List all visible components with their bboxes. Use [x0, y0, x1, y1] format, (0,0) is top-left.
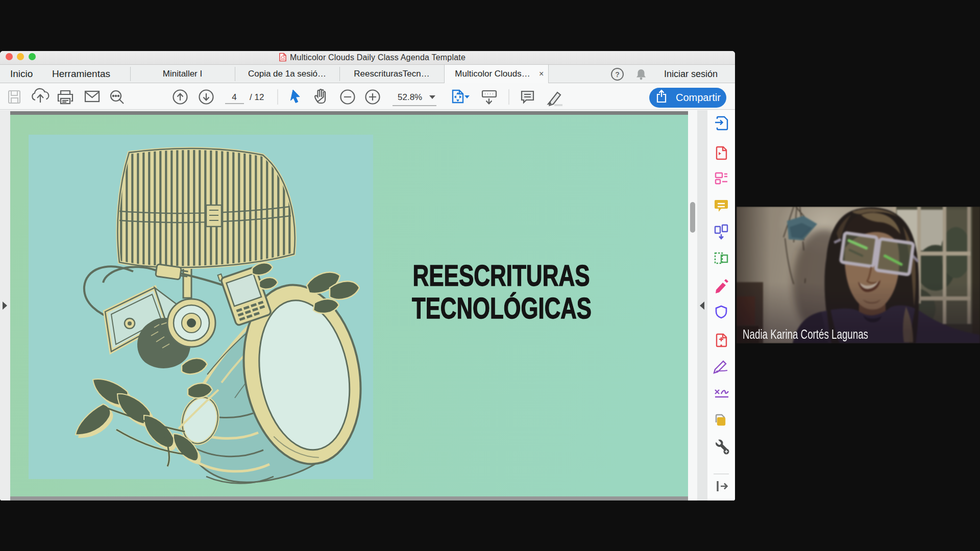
svg-text:4: 4 [232, 92, 236, 102]
svg-text:52.8%: 52.8% [398, 92, 422, 102]
svg-text:/ 12: / 12 [250, 92, 264, 102]
svg-text:TECNOLÓGICAS: TECNOLÓGICAS [412, 291, 592, 324]
svg-text:REESCRITURAS: REESCRITURAS [413, 259, 590, 292]
svg-text:Compartir: Compartir [676, 92, 721, 103]
svg-text:?: ? [615, 70, 620, 79]
